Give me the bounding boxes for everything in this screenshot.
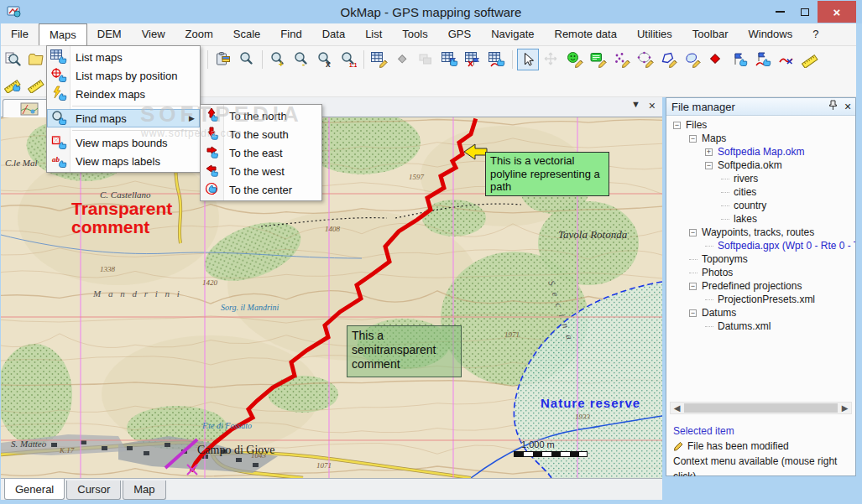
menu-item-list-maps-by-position[interactable]: List maps by position	[47, 66, 200, 85]
add-track-icon[interactable]	[752, 49, 774, 70]
tree-expander-icon[interactable]: −	[689, 229, 697, 236]
map-waypoints-delete-icon[interactable]	[462, 49, 484, 70]
tree-item-predefined-projections[interactable]: −Predefined projections	[666, 279, 855, 293]
menu-maps[interactable]: Maps	[39, 23, 87, 45]
menu-file[interactable]: File	[1, 23, 39, 45]
zoom-window-icon[interactable]: x	[314, 49, 336, 70]
panel-close-icon[interactable]: ×	[840, 100, 855, 113]
legend-modified: File has been modified	[687, 439, 789, 454]
tree-item-files[interactable]: −Files	[666, 118, 855, 132]
map-comment-semitransparent[interactable]: This a semitransparent comment	[347, 325, 462, 377]
tree-item-datums-xml[interactable]: Datums.xml	[666, 320, 855, 333]
menu-scale[interactable]: Scale	[223, 23, 271, 45]
tree-item-softpedia-map-okm[interactable]: +Softpedia Map.okm	[666, 145, 855, 158]
menu-view[interactable]: View	[132, 23, 175, 45]
menu-item-view-maps-labels[interactable]: abView maps labels	[47, 152, 200, 170]
add-waypoint-icon[interactable]	[705, 49, 727, 70]
nature-reserve-label[interactable]: Nature reserve	[541, 396, 640, 410]
tree-expander-icon[interactable]: −	[705, 162, 713, 169]
menu-navigate[interactable]: Navigate	[481, 23, 544, 45]
draw-area-icon[interactable]	[682, 49, 703, 70]
zoom-1-1-icon[interactable]: 1:1	[337, 49, 359, 70]
map-symbols-icon[interactable]	[392, 49, 414, 70]
scroll-right-icon[interactable]: ▶	[838, 403, 851, 413]
tree-item-country[interactable]: country	[666, 199, 855, 212]
polyline-tooltip[interactable]: This is a vectorial polyline representin…	[485, 152, 609, 196]
submenu-item-to-the-north[interactable]: To the north	[201, 107, 321, 125]
menu-item-find-maps[interactable]: Find maps▶	[47, 109, 200, 127]
scroll-left-icon[interactable]: ◀	[671, 403, 683, 413]
view-map-icon[interactable]	[236, 49, 258, 70]
track-arrow-marker[interactable]	[461, 143, 488, 161]
measure-distance-icon[interactable]	[2, 74, 24, 96]
document-close-icon[interactable]: ×	[649, 99, 656, 112]
add-flag-icon[interactable]	[729, 49, 750, 70]
map-waypoints-icon[interactable]	[439, 49, 461, 70]
tree-expander-icon[interactable]: −	[689, 283, 697, 290]
tree-item-lakes[interactable]: lakes	[666, 212, 855, 226]
tree-item-toponyms[interactable]: Toponyms	[666, 252, 855, 266]
zoom-out-icon[interactable]: -	[290, 49, 312, 70]
pin-icon[interactable]	[825, 100, 840, 113]
tree-item-softpedia-okm[interactable]: −Softpedia.okm	[666, 158, 855, 172]
draw-comment-icon[interactable]	[588, 49, 609, 70]
submenu-item-to-the-south[interactable]: To the south	[201, 125, 321, 143]
edit-map-icon[interactable]	[368, 49, 390, 70]
menu-item-view-maps-bounds[interactable]: View maps bounds	[47, 133, 200, 152]
tree-expander-icon[interactable]: +	[705, 148, 713, 156]
menu-tools[interactable]: Tools	[392, 23, 437, 45]
draw-symbol-icon[interactable]	[564, 49, 586, 70]
measure-area-icon[interactable]	[25, 74, 47, 96]
menu-item-list-maps[interactable]: List maps	[47, 48, 200, 66]
tree-expander-icon[interactable]: −	[689, 135, 697, 143]
status-tab-cursor[interactable]: Cursor	[66, 481, 121, 500]
tree-item-softpedia-gpx-wpt-0-rte-0-t[interactable]: Softpedia.gpx (Wpt 0 - Rte 0 - T	[666, 239, 855, 252]
select-tool-icon[interactable]	[517, 49, 539, 70]
tree-item-photos[interactable]: Photos	[666, 266, 855, 279]
menu-item-icon	[50, 86, 67, 105]
tree-expander-icon[interactable]: −	[689, 309, 697, 317]
minimize-button[interactable]	[767, 1, 792, 23]
import-map-icon[interactable]	[212, 49, 234, 70]
submenu-item-to-the-west[interactable]: To the west	[201, 162, 321, 180]
tree-item-cities[interactable]: cities	[666, 185, 855, 199]
document-collapse-icon[interactable]: ▼	[631, 99, 640, 112]
zoom-in-icon[interactable]: +	[267, 49, 289, 70]
map-comment-transparent[interactable]: Transparent comment	[71, 200, 214, 236]
submenu-item-to-the-center[interactable]: To the center	[201, 180, 321, 199]
maximize-button[interactable]	[792, 1, 818, 23]
tree-horizontal-scrollbar[interactable]: ◀ ▶	[670, 402, 852, 414]
menu-windows[interactable]: Windows	[738, 23, 802, 45]
menu-zoom[interactable]: Zoom	[175, 23, 223, 45]
tree-item-projectionpresets-xml[interactable]: ProjectionPresets.xml	[666, 293, 855, 306]
toolbar-separator	[262, 50, 263, 69]
tree-item-waypoints-tracks-routes[interactable]: −Waypoints, tracks, routes	[666, 226, 855, 239]
status-tab-general[interactable]: General	[4, 479, 65, 500]
menu-utilities[interactable]: Utilities	[627, 23, 682, 45]
find-map-icon[interactable]	[2, 49, 24, 70]
measure-icon[interactable]	[799, 49, 821, 70]
open-map-icon[interactable]	[25, 49, 47, 70]
close-button[interactable]: ×	[818, 1, 856, 23]
menu-data[interactable]: Data	[312, 23, 355, 45]
menu-?[interactable]: ?	[802, 23, 828, 45]
menu-item-reindex-maps[interactable]: Reindex maps	[47, 85, 200, 103]
tree-item-maps[interactable]: −Maps	[666, 132, 855, 145]
map-tracks-icon[interactable]	[486, 49, 508, 70]
delete-track-icon[interactable]	[776, 49, 797, 70]
scrollbar-thumb[interactable]	[684, 403, 838, 413]
menu-remote-data[interactable]: Remote data	[545, 23, 627, 45]
tree-item-datums[interactable]: −Datums	[666, 306, 855, 320]
status-tab-map[interactable]: Map	[123, 481, 165, 500]
menu-find[interactable]: Find	[270, 23, 311, 45]
draw-points-icon[interactable]	[611, 49, 633, 70]
submenu-item-to-the-east[interactable]: To the east	[201, 143, 321, 162]
draw-ellipse-icon[interactable]	[635, 49, 656, 70]
menu-list[interactable]: List	[355, 23, 392, 45]
tree-expander-icon[interactable]: −	[673, 122, 681, 129]
menu-dem[interactable]: DEM	[87, 23, 132, 45]
menu-gps[interactable]: GPS	[438, 23, 481, 45]
tree-item-rivers[interactable]: rivers	[666, 172, 855, 185]
draw-polygon-icon[interactable]	[658, 49, 680, 70]
menu-toolbar[interactable]: Toolbar	[682, 23, 739, 45]
